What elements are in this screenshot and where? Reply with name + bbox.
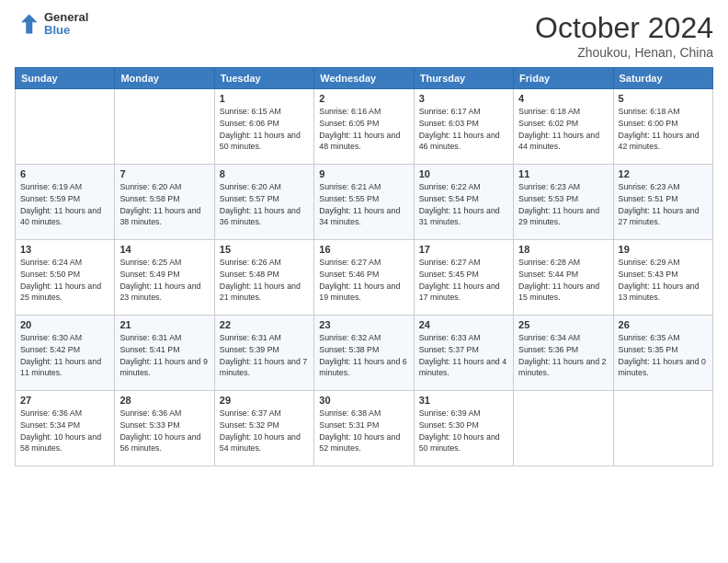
day-info: Sunrise: 6:20 AM Sunset: 5:57 PM Dayligh…	[220, 181, 309, 228]
day-info: Sunrise: 6:26 AM Sunset: 5:48 PM Dayligh…	[220, 257, 309, 304]
day-number: 6	[20, 168, 109, 179]
day-info: Sunrise: 6:15 AM Sunset: 6:06 PM Dayligh…	[220, 106, 309, 153]
day-info: Sunrise: 6:17 AM Sunset: 6:03 PM Dayligh…	[419, 106, 508, 153]
calendar-cell	[16, 89, 115, 165]
calendar-cell: 31Sunrise: 6:39 AM Sunset: 5:30 PM Dayli…	[414, 391, 513, 466]
calendar-cell: 11Sunrise: 6:23 AM Sunset: 5:53 PM Dayli…	[514, 165, 613, 240]
calendar-cell: 7Sunrise: 6:20 AM Sunset: 5:58 PM Daylig…	[115, 165, 214, 240]
day-info: Sunrise: 6:20 AM Sunset: 5:58 PM Dayligh…	[119, 181, 209, 228]
day-number: 5	[619, 93, 708, 104]
day-number: 15	[220, 244, 309, 255]
calendar-week-1: 1Sunrise: 6:15 AM Sunset: 6:06 PM Daylig…	[16, 89, 713, 165]
day-info: Sunrise: 6:21 AM Sunset: 5:55 PM Dayligh…	[319, 181, 408, 228]
day-info: Sunrise: 6:32 AM Sunset: 5:38 PM Dayligh…	[319, 332, 408, 379]
calendar-cell: 27Sunrise: 6:36 AM Sunset: 5:34 PM Dayli…	[16, 391, 115, 466]
day-number: 4	[518, 93, 608, 104]
day-info: Sunrise: 6:25 AM Sunset: 5:49 PM Dayligh…	[119, 257, 209, 304]
header: General Blue October 2024 Zhoukou, Henan…	[15, 11, 713, 60]
day-info: Sunrise: 6:34 AM Sunset: 5:36 PM Dayligh…	[518, 332, 608, 379]
calendar-cell: 4Sunrise: 6:18 AM Sunset: 6:02 PM Daylig…	[514, 89, 613, 165]
calendar-cell	[613, 391, 712, 466]
day-info: Sunrise: 6:38 AM Sunset: 5:31 PM Dayligh…	[319, 408, 408, 454]
day-info: Sunrise: 6:30 AM Sunset: 5:42 PM Dayligh…	[20, 332, 109, 379]
day-info: Sunrise: 6:33 AM Sunset: 5:37 PM Dayligh…	[419, 332, 508, 379]
day-info: Sunrise: 6:36 AM Sunset: 5:34 PM Dayligh…	[20, 408, 109, 454]
day-number: 11	[518, 168, 608, 179]
calendar-cell: 5Sunrise: 6:18 AM Sunset: 6:00 PM Daylig…	[613, 89, 712, 165]
month-title: October 2024	[535, 11, 713, 45]
day-info: Sunrise: 6:36 AM Sunset: 5:33 PM Dayligh…	[119, 408, 209, 454]
svg-marker-0	[21, 15, 38, 34]
logo-icon	[15, 11, 40, 37]
calendar-table: SundayMondayTuesdayWednesdayThursdayFrid…	[15, 67, 713, 466]
day-info: Sunrise: 6:35 AM Sunset: 5:35 PM Dayligh…	[619, 332, 708, 379]
calendar-cell: 29Sunrise: 6:37 AM Sunset: 5:32 PM Dayli…	[214, 391, 313, 466]
day-number: 20	[20, 319, 109, 330]
day-number: 26	[619, 319, 708, 330]
day-number: 13	[20, 244, 109, 255]
day-number: 27	[20, 395, 109, 406]
day-number: 2	[319, 93, 408, 104]
calendar-cell	[514, 391, 613, 466]
calendar-cell: 28Sunrise: 6:36 AM Sunset: 5:33 PM Dayli…	[115, 391, 214, 466]
calendar-cell	[115, 89, 214, 165]
calendar-cell: 15Sunrise: 6:26 AM Sunset: 5:48 PM Dayli…	[214, 240, 313, 316]
calendar-cell: 14Sunrise: 6:25 AM Sunset: 5:49 PM Dayli…	[115, 240, 214, 316]
day-number: 9	[319, 168, 408, 179]
logo: General Blue	[15, 11, 88, 38]
weekday-header-wednesday: Wednesday	[314, 68, 414, 89]
calendar-week-3: 13Sunrise: 6:24 AM Sunset: 5:50 PM Dayli…	[16, 240, 713, 316]
day-number: 22	[220, 319, 309, 330]
day-info: Sunrise: 6:24 AM Sunset: 5:50 PM Dayligh…	[20, 257, 109, 304]
day-number: 3	[419, 93, 508, 104]
calendar-cell: 23Sunrise: 6:32 AM Sunset: 5:38 PM Dayli…	[314, 316, 414, 391]
calendar-cell: 9Sunrise: 6:21 AM Sunset: 5:55 PM Daylig…	[314, 165, 414, 240]
day-number: 8	[220, 168, 309, 179]
day-number: 1	[220, 93, 309, 104]
day-info: Sunrise: 6:22 AM Sunset: 5:54 PM Dayligh…	[419, 181, 508, 228]
day-number: 29	[220, 395, 309, 406]
calendar-cell: 26Sunrise: 6:35 AM Sunset: 5:35 PM Dayli…	[613, 316, 712, 391]
day-number: 21	[119, 319, 209, 330]
calendar-cell: 24Sunrise: 6:33 AM Sunset: 5:37 PM Dayli…	[414, 316, 513, 391]
weekday-header-tuesday: Tuesday	[214, 68, 313, 89]
day-info: Sunrise: 6:19 AM Sunset: 5:59 PM Dayligh…	[20, 181, 109, 228]
day-info: Sunrise: 6:31 AM Sunset: 5:39 PM Dayligh…	[220, 332, 309, 379]
day-number: 14	[119, 244, 209, 255]
day-info: Sunrise: 6:31 AM Sunset: 5:41 PM Dayligh…	[119, 332, 209, 379]
logo-text: General Blue	[44, 11, 88, 38]
day-info: Sunrise: 6:27 AM Sunset: 5:45 PM Dayligh…	[419, 257, 508, 304]
day-info: Sunrise: 6:18 AM Sunset: 6:00 PM Dayligh…	[619, 106, 708, 153]
calendar-cell: 13Sunrise: 6:24 AM Sunset: 5:50 PM Dayli…	[16, 240, 115, 316]
day-number: 12	[619, 168, 708, 179]
calendar-cell: 20Sunrise: 6:30 AM Sunset: 5:42 PM Dayli…	[16, 316, 115, 391]
day-number: 16	[319, 244, 408, 255]
weekday-header-sunday: Sunday	[16, 68, 115, 89]
day-number: 28	[119, 395, 209, 406]
day-info: Sunrise: 6:37 AM Sunset: 5:32 PM Dayligh…	[220, 408, 309, 454]
day-info: Sunrise: 6:39 AM Sunset: 5:30 PM Dayligh…	[419, 408, 508, 454]
day-info: Sunrise: 6:18 AM Sunset: 6:02 PM Dayligh…	[518, 106, 608, 153]
title-area: October 2024 Zhoukou, Henan, China	[535, 11, 713, 60]
calendar-cell: 8Sunrise: 6:20 AM Sunset: 5:57 PM Daylig…	[214, 165, 313, 240]
calendar-week-2: 6Sunrise: 6:19 AM Sunset: 5:59 PM Daylig…	[16, 165, 713, 240]
calendar-cell: 12Sunrise: 6:23 AM Sunset: 5:51 PM Dayli…	[613, 165, 712, 240]
calendar-cell: 3Sunrise: 6:17 AM Sunset: 6:03 PM Daylig…	[414, 89, 513, 165]
calendar-cell: 6Sunrise: 6:19 AM Sunset: 5:59 PM Daylig…	[16, 165, 115, 240]
day-info: Sunrise: 6:23 AM Sunset: 5:53 PM Dayligh…	[518, 181, 608, 228]
page: General Blue October 2024 Zhoukou, Henan…	[0, 0, 728, 563]
day-number: 19	[619, 244, 708, 255]
day-info: Sunrise: 6:23 AM Sunset: 5:51 PM Dayligh…	[619, 181, 708, 228]
day-info: Sunrise: 6:27 AM Sunset: 5:46 PM Dayligh…	[319, 257, 408, 304]
weekday-header-thursday: Thursday	[414, 68, 513, 89]
weekday-header-saturday: Saturday	[613, 68, 712, 89]
day-number: 10	[419, 168, 508, 179]
calendar-cell: 25Sunrise: 6:34 AM Sunset: 5:36 PM Dayli…	[514, 316, 613, 391]
calendar-cell: 19Sunrise: 6:29 AM Sunset: 5:43 PM Dayli…	[613, 240, 712, 316]
day-info: Sunrise: 6:16 AM Sunset: 6:05 PM Dayligh…	[319, 106, 408, 153]
calendar-cell: 17Sunrise: 6:27 AM Sunset: 5:45 PM Dayli…	[414, 240, 513, 316]
logo-line1: General	[44, 11, 88, 24]
calendar-cell: 10Sunrise: 6:22 AM Sunset: 5:54 PM Dayli…	[414, 165, 513, 240]
day-number: 18	[518, 244, 608, 255]
day-info: Sunrise: 6:28 AM Sunset: 5:44 PM Dayligh…	[518, 257, 608, 304]
